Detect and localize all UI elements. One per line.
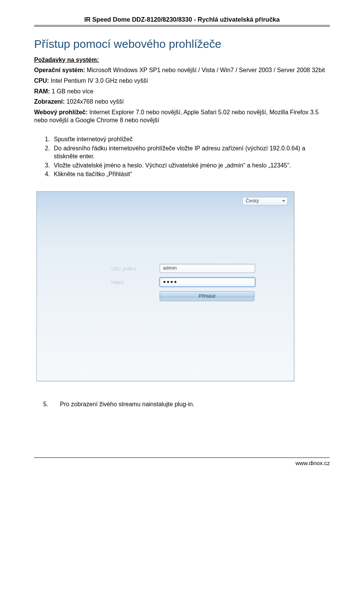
step-1: Spusťte internetový prohlížeč [52,135,330,144]
spec-cpu-label: CPU: [34,77,49,84]
spec-ram-label: RAM: [34,88,50,95]
requirements-subhead: Požadavky na systém: [34,56,330,64]
step-4: Klikněte na tlačítko „Přihlásit“ [52,170,330,178]
header-rule [34,26,330,27]
spec-display-label: Zobrazení: [34,98,65,105]
spec-display: Zobrazení: 1024x768 nebo vyšší [34,98,330,106]
spec-os: Operační systém: Microsoft Windows XP SP… [34,66,330,74]
spec-browser: Webový prohlížeč: Internet Explorer 7.0 … [34,108,330,125]
username-label: Uživ. jméno [111,265,160,272]
spec-ram-value: 1 GB nebo více [50,88,94,95]
step-5-number: 5. [52,400,60,409]
footer-link: www.dinox.cz [295,460,330,466]
spec-cpu: CPU: Intel Pentium IV 3.0 GHz nebo vyšší [34,77,330,85]
step-5-text: Pro zobrazení živého streamu nainstalujt… [60,401,195,407]
username-row: Uživ. jméno admin [111,264,255,273]
login-button[interactable]: Přihlásit [160,291,254,301]
password-value: ●●●● [163,279,177,285]
spec-cpu-value: Intel Pentium IV 3.0 GHz nebo vyšší [49,77,148,84]
footer-rule [34,457,330,458]
spec-browser-label: Webový prohlížeč: [34,109,88,115]
spec-display-value: 1024x768 nebo vyšší [65,98,124,105]
steps-list: Spusťte internetový prohlížeč Do adresní… [52,135,330,178]
spec-os-value: Microsoft Windows XP SP1 nebo novější / … [85,67,325,73]
language-select[interactable]: Český [242,197,288,205]
step-5: 5.Pro zobrazení živého streamu nainstalu… [52,400,330,409]
language-select-value: Český [246,198,259,204]
page-footer: www.dinox.cz [34,457,330,467]
page-title: Přístup pomocí webového prohlížeče [34,36,330,52]
step-3: Vložte uživatelské jméno a heslo. Výchoz… [52,161,330,170]
login-screenshot: Český Uživ. jméno admin Heslo ●●●● Přihl… [36,191,294,381]
document-header: IR Speed Dome DDZ-8120/8230/8330 - Rychl… [34,15,330,25]
password-label: Heslo [111,279,160,285]
login-form: Uživ. jméno admin Heslo ●●●● Přihlásit [111,264,255,301]
chevron-down-icon [282,200,285,202]
step-2: Do adresního řádku internetového prohlíž… [52,144,330,161]
username-value: admin [163,265,177,271]
spec-ram: RAM: 1 GB nebo více [34,87,330,96]
password-input[interactable]: ●●●● [160,278,255,287]
password-row: Heslo ●●●● [111,278,255,287]
username-input[interactable]: admin [160,264,255,273]
spec-os-label: Operační systém: [34,67,85,73]
